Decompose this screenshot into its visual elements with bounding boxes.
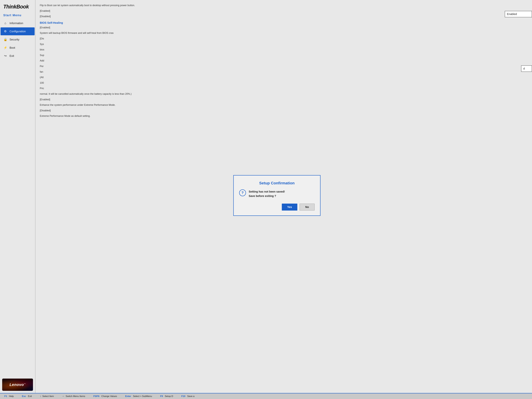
sup-label: Sup	[40, 53, 528, 57]
sidebar-item-boot-label: Boot	[10, 46, 15, 49]
no-button[interactable]: No	[299, 203, 315, 210]
f1-label: Help	[9, 395, 14, 398]
dialog-body: ? Setting has not been saved! Save befor…	[239, 190, 315, 198]
bios-desc1: [Enabled]	[40, 25, 528, 30]
f1-key: F1	[4, 395, 7, 398]
sidebar-item-boot[interactable]: ⚡ Boot	[0, 44, 35, 52]
yes-button[interactable]: Yes	[282, 203, 297, 210]
bios-desc4: Sys	[40, 42, 528, 46]
per-label: Per	[40, 64, 528, 68]
f5f6-change: F5/F6 Change Values	[93, 395, 117, 398]
switch-menu: ↔ Switch Menu Items	[62, 395, 85, 398]
thinkbook-logo: ThinkBook	[3, 4, 32, 10]
f5f6-key: F5/F6	[93, 395, 99, 398]
brand-title: ThinkBook	[0, 0, 35, 11]
esc-key: Esc	[22, 395, 26, 398]
lenovo-logo: Lenovo™	[2, 379, 33, 391]
sidebar-item-information[interactable]: ⌂ Information	[0, 19, 35, 27]
flip-to-boot-desc: Flip to Boot can let system automaticall…	[40, 3, 528, 7]
pri-label: Pric	[40, 86, 528, 90]
sidebar-item-security[interactable]: 🔒 Security	[0, 36, 35, 44]
second-dropdown[interactable]: d	[521, 65, 532, 72]
f9-label: Setup D	[165, 395, 173, 398]
bottom-bar: F1 Help Esc Exit ↕ Select Item ↔ Switch …	[0, 393, 532, 399]
enabled-desc1: [Enabled]	[40, 97, 528, 102]
f10-label: Save a	[187, 395, 195, 398]
sidebar-item-information-label: Information	[10, 22, 23, 25]
switch-menu-label: Switch Menu Items	[66, 395, 85, 398]
dropdown-value2: d	[523, 67, 525, 70]
enter-key: Enter	[125, 395, 131, 398]
sidebar-item-exit[interactable]: ↪ Exit	[0, 52, 35, 60]
exit-icon: ↪	[3, 54, 7, 58]
dialog-message-line1: Setting has not been saved!	[249, 190, 285, 194]
f1-help: F1 Help	[4, 395, 14, 398]
bios-desc5: bios	[40, 48, 528, 52]
disabled-desc1: [Disabled]	[40, 108, 528, 113]
sidebar-item-configuration-label: Configuration	[10, 30, 26, 33]
lock-icon: 🔒	[3, 38, 7, 42]
bios-desc2: System will backup BIOS firmware and wil…	[40, 31, 528, 35]
bios-self-healing-heading: BIOS Self-Healing	[40, 21, 528, 24]
nav-items: ⌂ Information ⚙ Configuration 🔒 Security…	[0, 19, 35, 376]
dialog-title: Setup Confirmation	[239, 181, 315, 185]
add-label: Add	[40, 59, 528, 63]
normal-desc: normal. It will be cancelled automatical…	[40, 92, 528, 96]
enabled-desc2: Enhance the system performance under Ext…	[40, 103, 528, 107]
boot-icon: ⚡	[3, 46, 7, 50]
dialog-question-icon: ?	[239, 190, 246, 196]
sidebar-item-exit-label: Exit	[10, 54, 14, 57]
esc-label: Exit	[28, 395, 32, 398]
start-menu-label: Start Menu	[0, 11, 35, 19]
option-disabled-1: [Disabled]	[40, 14, 528, 19]
home-icon: ⌂	[3, 21, 7, 25]
f5f6-label: Change Values	[101, 395, 117, 398]
select-item-arrow: ↕	[40, 395, 41, 398]
bios-self-healing-dropdown[interactable]: Enabled	[505, 11, 532, 17]
sidebar-item-security-label: Security	[10, 38, 19, 41]
setup-confirmation-dialog: Setup Confirmation ? Setting has not bee…	[233, 175, 321, 216]
fan-label: fan	[40, 70, 528, 74]
enter-label: Select > SubMenu	[133, 395, 152, 398]
switch-menu-arrow: ↔	[62, 395, 64, 398]
configuration-icon: ⚙	[3, 29, 7, 33]
sidebar: ThinkBook Start Menu ⌂ Information ⚙ Con…	[0, 0, 35, 393]
f10-save: F10 Save a	[181, 395, 195, 398]
bios-desc3: [Dis	[40, 37, 528, 41]
dialog-buttons: Yes No	[239, 203, 315, 210]
f10-key: F10	[181, 395, 185, 398]
f9-key: F9	[160, 395, 163, 398]
esc-exit: Esc Exit	[22, 395, 32, 398]
disabled-desc2: Extreme Performance Mode as default sett…	[40, 114, 528, 118]
f9-setup: F9 Setup D	[160, 395, 173, 398]
select-item: ↕ Select Item	[40, 395, 54, 398]
sidebar-item-configuration[interactable]: ⚙ Configuration	[0, 27, 35, 35]
lenovo-text: Lenovo™	[10, 382, 26, 387]
att-label: (Att	[40, 75, 528, 79]
num-100: 100	[40, 81, 528, 85]
enter-submenu: Enter Select > SubMenu	[125, 395, 152, 398]
select-item-label: Select Item	[42, 395, 54, 398]
option-enabled-1: [Enabled]	[40, 9, 528, 13]
dialog-message: Setting has not been saved! Save before …	[249, 190, 285, 198]
dropdown-value: Enabled	[507, 13, 517, 16]
dialog-message-line2: Save before exiting ?	[249, 194, 285, 198]
